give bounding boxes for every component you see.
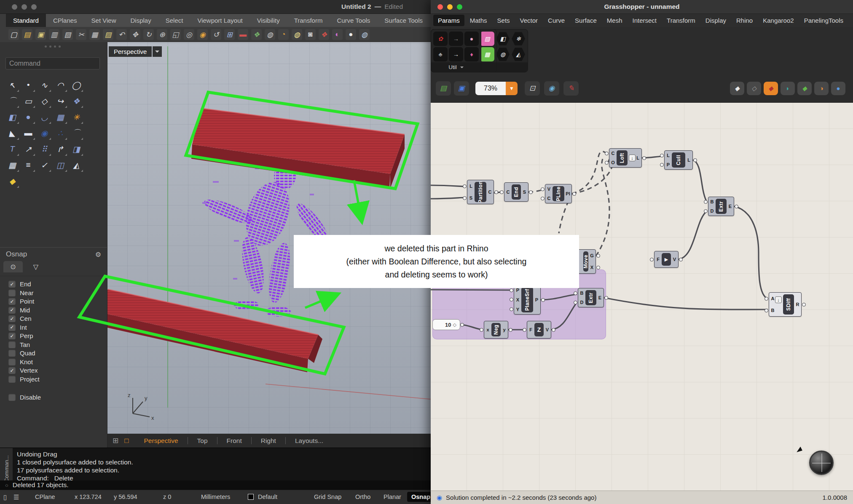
gh-menu-item[interactable]: Display: [701, 15, 731, 26]
tree-icon[interactable]: ♣: [433, 47, 448, 61]
gh-menu-item[interactable]: Params: [433, 15, 464, 26]
osnap-checkbox-row[interactable]: End: [8, 280, 107, 288]
osnap-checkbox-row[interactable]: Vertex: [8, 367, 107, 374]
checkbox[interactable]: [8, 289, 16, 296]
layer-list-icon[interactable]: ☰: [13, 493, 19, 501]
color-wheel-icon[interactable]: ◐: [332, 29, 343, 40]
viewport-tab[interactable]: Perspective: [135, 437, 188, 444]
shield-icon[interactable]: ❖: [319, 29, 329, 40]
node-output-port[interactable]: S: [521, 189, 528, 195]
circle-tool-icon[interactable]: ◯: [68, 77, 84, 93]
node-input-port[interactable]: B: [769, 308, 776, 313]
node-output-port[interactable]: y: [501, 327, 508, 332]
toggle-ortho[interactable]: Ortho: [355, 493, 370, 500]
fillet-tool-icon[interactable]: ↪: [52, 93, 68, 109]
zoom-dropdown-icon[interactable]: ▼: [506, 82, 518, 95]
slider-knob-icon[interactable]: ◇: [453, 322, 456, 328]
checkbox[interactable]: [8, 307, 16, 314]
osnap-checkbox-row[interactable]: Cen: [8, 315, 107, 322]
osnap-checkbox-row[interactable]: Int: [8, 324, 107, 331]
layer-color-chip[interactable]: [248, 494, 254, 500]
surface-points-tool-icon[interactable]: ❖: [68, 93, 84, 109]
node-input-port[interactable]: D: [578, 300, 585, 305]
checkbox[interactable]: [8, 367, 16, 374]
node-partition[interactable]: LS Partition C ↓: [467, 180, 494, 204]
preview-jug-icon[interactable]: ◗: [781, 82, 795, 95]
rhino-viewport[interactable]: z y x Perspective ⊞ □ PerspectiveTopFron…: [107, 42, 431, 448]
save-definition-icon[interactable]: ▣: [454, 81, 469, 96]
checkbox[interactable]: [8, 280, 16, 288]
node-input-port[interactable]: X: [514, 297, 521, 302]
node-cull[interactable]: LP Cull L ↓: [664, 150, 693, 170]
node-input-port[interactable]: F: [655, 257, 662, 262]
status-layer[interactable]: Default: [258, 493, 277, 500]
osnap-checkbox-row[interactable]: Mid: [8, 307, 107, 314]
sphere-display-icon[interactable]: ●: [346, 29, 356, 40]
node-output-port[interactable]: Pl: [564, 191, 571, 196]
rhino-toolbar-tab[interactable]: Viewport Layout: [190, 14, 249, 27]
undo-view-icon[interactable]: ↺: [211, 29, 221, 40]
node-plane-surface[interactable]: PXY PlaneSrf P ↓: [514, 285, 541, 315]
ghosted-display-icon[interactable]: ◍: [265, 29, 275, 40]
gh-menu-item[interactable]: Sets: [493, 15, 515, 26]
number-slider[interactable]: 10 ◇: [432, 319, 460, 330]
rhino-toolbar-tab[interactable]: Display: [123, 14, 158, 27]
node-input-port[interactable]: L: [665, 153, 672, 158]
single-viewport-icon[interactable]: □: [124, 437, 129, 445]
ribbon-group-label[interactable]: Util: [431, 62, 481, 72]
four-viewports-icon[interactable]: ⊞: [113, 436, 118, 445]
rhino-toolbar-tab[interactable]: Select: [158, 14, 190, 27]
checkbox[interactable]: [8, 341, 16, 348]
node-pline[interactable]: VC PLine Pl ↓: [545, 184, 572, 203]
box-tool-icon[interactable]: ◧: [4, 109, 20, 125]
node-output-port[interactable]: E: [596, 295, 604, 300]
rhino-toolbar-tab[interactable]: Transform: [287, 14, 330, 27]
gh-menu-item[interactable]: Rhino: [732, 15, 757, 26]
rendered-display-icon[interactable]: ❖: [251, 29, 262, 40]
zoom-extents-icon[interactable]: ⊡: [525, 81, 540, 96]
node-input-port[interactable]: B: [578, 291, 585, 296]
gh-menu-item[interactable]: Maths: [465, 15, 492, 26]
node-loft[interactable]: CO Loft L ↓: [609, 148, 642, 168]
node-input-port[interactable]: P: [514, 288, 521, 293]
paste-icon[interactable]: ▨: [103, 29, 113, 40]
explode-tool-icon[interactable]: ✳: [68, 109, 84, 125]
freeform-curve-tool-icon[interactable]: ⌒: [4, 93, 20, 109]
hatch-tool-icon[interactable]: ≡: [20, 157, 36, 173]
rhino-toolbar-tab[interactable]: Visibility: [250, 14, 287, 27]
relay-white-icon[interactable]: →: [449, 47, 463, 61]
gear-icon[interactable]: ⚙: [95, 251, 101, 259]
srf-tool-icon[interactable]: ◫: [52, 157, 68, 173]
check-tool-icon[interactable]: ✓: [36, 157, 52, 173]
rhino-toolbar-tab[interactable]: Surface Tools: [377, 14, 430, 27]
status-units[interactable]: Millimeters: [201, 493, 230, 500]
checkbox[interactable]: [8, 394, 16, 401]
node-input-port[interactable]: x: [484, 327, 491, 332]
node-output-port[interactable]: V: [671, 257, 678, 262]
rectangle-tool-icon[interactable]: ▭: [20, 93, 36, 109]
blue-sphere-icon[interactable]: ●: [831, 82, 845, 95]
node-input-port[interactable]: S: [467, 195, 475, 200]
osnap-filter-tab-icon[interactable]: ▽: [26, 261, 46, 272]
mesh-param-icon[interactable]: ❄: [511, 32, 526, 46]
node-output-port[interactable]: R: [794, 302, 801, 307]
checkbox[interactable]: [8, 324, 16, 331]
open-file-icon[interactable]: ▤: [22, 29, 32, 40]
node-input-port[interactable]: L: [467, 184, 475, 189]
node-input-port[interactable]: C: [609, 151, 617, 156]
node-input-port[interactable]: P: [665, 162, 672, 167]
latitude-sphere-icon[interactable]: ◍: [359, 29, 370, 40]
viewport-tab[interactable]: Layouts...: [285, 437, 333, 444]
colour-swatch-icon[interactable]: ▩: [480, 47, 494, 61]
paint-wires-icon[interactable]: ✎: [563, 81, 579, 96]
toggle-planar[interactable]: Planar: [384, 493, 401, 500]
cage-tool-icon[interactable]: ◭: [68, 157, 84, 173]
gh-menu-item[interactable]: Intersect: [628, 15, 662, 26]
node-output-port[interactable]: G: [588, 253, 595, 258]
panel-drag-handle[interactable]: [45, 45, 61, 48]
node-negative[interactable]: x Neg y ↓: [484, 321, 508, 339]
pan-hand-icon[interactable]: ✥: [130, 29, 140, 40]
zoom-icon[interactable]: ⊕: [157, 29, 167, 40]
boolean-union-tool-icon[interactable]: ◉: [36, 125, 52, 141]
checkbox[interactable]: [8, 332, 16, 339]
